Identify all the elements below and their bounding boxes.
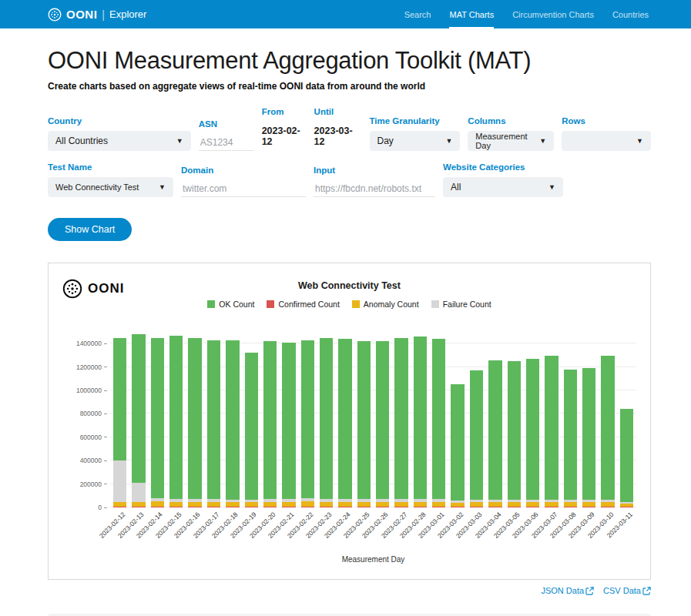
page-title: OONI Measurement Aggregation Toolkit (MA… bbox=[48, 47, 651, 75]
country-select[interactable]: All Countries ▼ bbox=[48, 131, 191, 151]
bar-2023-03-01[interactable] bbox=[432, 332, 445, 507]
rows-select[interactable]: ▼ bbox=[562, 131, 651, 151]
chevron-down-icon: ▼ bbox=[548, 183, 555, 191]
time-granularity-select[interactable]: Day ▼ bbox=[370, 131, 461, 151]
input-field: Input bbox=[314, 166, 435, 197]
navbar: OONI | Explorer Search MAT Charts Circum… bbox=[0, 0, 691, 28]
legend-label: OK Count bbox=[219, 300, 254, 309]
legend-item-ok-count: OK Count bbox=[207, 300, 254, 309]
x-axis-title: Measurement Day bbox=[110, 555, 636, 564]
from-date-value[interactable]: 2023-02-12 bbox=[262, 122, 307, 151]
bar-2023-02-12[interactable] bbox=[113, 332, 126, 507]
show-chart-button[interactable]: Show Chart bbox=[48, 218, 132, 241]
main-content: OONI Measurement Aggregation Toolkit (MA… bbox=[0, 47, 691, 616]
columns-select-value: Measurement Day bbox=[475, 132, 533, 150]
bar-segment-ok-count bbox=[132, 334, 145, 483]
bar-2023-02-16[interactable] bbox=[188, 332, 201, 507]
domain-field: Domain bbox=[181, 166, 306, 197]
bar-2023-02-23[interactable] bbox=[320, 332, 333, 507]
y-axis-tick-label: 0 bbox=[98, 504, 107, 511]
bar-2023-02-13[interactable] bbox=[132, 332, 145, 507]
until-date-value[interactable]: 2023-03-12 bbox=[314, 122, 362, 151]
bar-2023-02-19[interactable] bbox=[245, 332, 258, 507]
bar-2023-03-09[interactable] bbox=[582, 332, 595, 507]
bar-segment-ok-count bbox=[488, 360, 501, 500]
bar-segment-ok-count bbox=[263, 341, 277, 499]
bar-2023-03-11[interactable] bbox=[620, 332, 633, 507]
columns-select[interactable]: Measurement Day ▼ bbox=[468, 131, 554, 151]
json-data-link[interactable]: JSON Data bbox=[541, 586, 594, 595]
chart-plot-area: 0200000400000600000800000100000012000001… bbox=[62, 332, 636, 507]
website-categories-select[interactable]: All ▼ bbox=[443, 177, 563, 197]
brand-name: OONI bbox=[66, 8, 97, 21]
until-label: Until bbox=[314, 107, 362, 116]
csv-data-link-label: CSV Data bbox=[603, 586, 641, 595]
bar-2023-02-18[interactable] bbox=[226, 332, 239, 507]
bar-segment-ok-count bbox=[564, 370, 577, 500]
json-data-link-label: JSON Data bbox=[541, 586, 584, 595]
y-axis-tick-label: 200000 bbox=[80, 480, 107, 488]
asn-input[interactable] bbox=[199, 134, 254, 151]
input-input[interactable] bbox=[314, 180, 435, 197]
bar-2023-03-05[interactable] bbox=[508, 332, 521, 507]
chevron-down-icon: ▼ bbox=[636, 137, 643, 145]
bar-2023-02-14[interactable] bbox=[151, 332, 164, 507]
chart-x-axis: 2023-02-122023-02-132023-02-142023-02-15… bbox=[110, 507, 636, 555]
legend-label: Anomaly Count bbox=[364, 300, 419, 309]
ooni-logo-text: OONI bbox=[88, 281, 124, 296]
bar-segment-ok-count bbox=[601, 356, 614, 500]
bar-2023-03-07[interactable] bbox=[545, 332, 558, 507]
bar-segment-ok-count bbox=[582, 368, 595, 500]
bar-2023-02-17[interactable] bbox=[207, 332, 220, 507]
bar-segment-ok-count bbox=[338, 339, 351, 499]
country-select-value: All Countries bbox=[55, 136, 108, 146]
nav-link-mat-charts[interactable]: MAT Charts bbox=[449, 0, 494, 28]
nav-link-countries[interactable]: Countries bbox=[612, 0, 649, 28]
bar-2023-03-06[interactable] bbox=[526, 332, 539, 507]
domain-input[interactable] bbox=[181, 180, 306, 197]
bar-2023-02-24[interactable] bbox=[338, 332, 351, 507]
bar-2023-03-08[interactable] bbox=[564, 332, 577, 507]
website-categories-field: Website Categories All ▼ bbox=[443, 162, 563, 197]
legend-label: Confirmed Count bbox=[278, 300, 339, 309]
bar-segment-ok-count bbox=[432, 339, 445, 499]
ooni-explorer-logo[interactable]: OONI | Explorer bbox=[48, 0, 146, 28]
bar-2023-02-27[interactable] bbox=[394, 332, 408, 507]
bar-segment-ok-count bbox=[169, 336, 183, 499]
page-subtitle: Create charts based on aggregate views o… bbox=[48, 81, 651, 92]
from-label: From bbox=[262, 107, 307, 116]
until-field: Until 2023-03-12 bbox=[314, 107, 362, 151]
y-axis-tick-label: 1400000 bbox=[76, 340, 107, 347]
csv-data-link[interactable]: CSV Data bbox=[603, 586, 651, 595]
nav-link-circumvention-charts[interactable]: Circumvention Charts bbox=[512, 0, 594, 28]
bar-segment-ok-count bbox=[151, 338, 164, 499]
y-axis-tick-label: 800000 bbox=[80, 410, 107, 417]
filter-row-1: Country All Countries ▼ ASN From 2023-02… bbox=[48, 107, 651, 151]
country-field: Country All Countries ▼ bbox=[48, 116, 191, 151]
bar-2023-03-04[interactable] bbox=[488, 332, 501, 507]
test-name-select[interactable]: Web Connectivity Test ▼ bbox=[48, 177, 173, 197]
website-categories-label: Website Categories bbox=[443, 162, 563, 172]
bar-segment-ok-count bbox=[508, 361, 521, 500]
legend-item-failure-count: Failure Count bbox=[431, 300, 491, 309]
bar-2023-02-28[interactable] bbox=[414, 332, 427, 507]
chevron-down-icon: ▼ bbox=[159, 183, 166, 191]
bar-2023-02-20[interactable] bbox=[263, 332, 277, 507]
bar-segment-anomaly-count bbox=[151, 501, 164, 507]
bar-2023-03-02[interactable] bbox=[451, 332, 464, 507]
bar-2023-02-26[interactable] bbox=[376, 332, 389, 507]
bar-2023-02-21[interactable] bbox=[282, 332, 295, 507]
bar-2023-02-22[interactable] bbox=[301, 332, 314, 507]
bar-2023-03-03[interactable] bbox=[470, 332, 483, 507]
chart-ooni-logo: OONI bbox=[62, 279, 124, 299]
legend-label: Failure Count bbox=[443, 300, 491, 309]
bar-2023-02-25[interactable] bbox=[357, 332, 371, 507]
bar-2023-03-10[interactable] bbox=[601, 332, 614, 507]
chart-legend: OK CountConfirmed CountAnomaly CountFail… bbox=[62, 300, 636, 309]
y-axis-tick-label: 400000 bbox=[80, 457, 107, 464]
y-axis-tick-label: 1000000 bbox=[76, 387, 107, 394]
bar-2023-02-15[interactable] bbox=[169, 332, 183, 507]
bar-segment-ok-count bbox=[376, 341, 389, 499]
nav-link-search[interactable]: Search bbox=[404, 0, 431, 28]
bar-segment-ok-count bbox=[451, 384, 464, 500]
